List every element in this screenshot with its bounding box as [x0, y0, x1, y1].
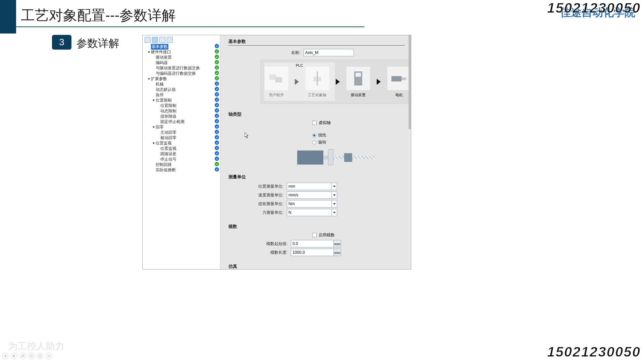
status-check-icon: ✓ — [215, 162, 219, 166]
tree-item[interactable]: 机械 — [143, 81, 220, 87]
virtual-axis-label: 虚拟轴 — [319, 120, 331, 126]
speed-unit-combo[interactable]: mm/s — [287, 191, 337, 199]
svg-point-8 — [31, 355, 33, 357]
nav-tree: 基本参数▾硬件件接口驱动装置编码器与驱动装置进行数据交换与编码器进行数据交换▾扩… — [143, 44, 220, 173]
tree-item[interactable]: 停止信号 — [143, 157, 220, 162]
player-audio-button[interactable] — [28, 353, 35, 359]
tree-item[interactable]: 位置监视 — [143, 146, 220, 151]
tree-item[interactable]: ▾回零 — [143, 124, 220, 130]
name-input[interactable] — [304, 49, 354, 56]
status-check-icon: ✓ — [215, 146, 219, 150]
torque-unit-label: 扭矩测量单位: — [220, 201, 287, 207]
force-unit-label: 力测量单位: — [220, 210, 287, 216]
modulo-start-label: 模数起始值: — [220, 241, 291, 247]
player-edit-button[interactable] — [19, 353, 26, 359]
tree-item[interactable]: ▾扩展参数 — [143, 76, 220, 81]
video-player-controls — [2, 353, 52, 359]
player-more-button[interactable] — [46, 353, 52, 359]
chapter-title: 参数详解 — [76, 36, 119, 51]
watermark-phone-top: 15021230050 — [547, 0, 641, 16]
player-play-button[interactable] — [11, 353, 17, 359]
status-check-icon: ✓ — [215, 119, 219, 123]
status-check-icon: ✓ — [215, 81, 219, 86]
status-check-icon: ✓ — [215, 124, 219, 129]
status-check-icon: ✓ — [215, 167, 219, 172]
chapter-number-badge: 3 — [52, 35, 71, 50]
tree-column: 基本参数▾硬件件接口驱动装置编码器与驱动装置进行数据交换与编码器进行数据交换▾扩… — [143, 35, 220, 269]
tree-item[interactable]: 跟随误差 — [143, 151, 220, 157]
tree-item[interactable]: ▾硬件件接口 — [143, 49, 220, 55]
enable-modulo-label: 启用模数 — [319, 232, 335, 238]
modulo-length-input[interactable] — [291, 249, 334, 256]
status-check-icon: ✓ — [215, 92, 219, 97]
tree-status-column: ✓✓✓✓✓✓✓✓✓✓✓✓✓✓✓✓✓✓✓✓✓✓✓✓ — [215, 44, 219, 173]
rotation-radio[interactable] — [312, 140, 316, 144]
svg-rect-6 — [391, 76, 401, 81]
status-check-icon: ✓ — [215, 108, 219, 113]
tree-item[interactable]: 急停 — [143, 92, 220, 98]
modulo-start-unit: mm — [334, 240, 341, 247]
status-check-icon: ✓ — [215, 151, 219, 156]
position-unit-combo[interactable]: mm — [287, 183, 337, 190]
modulo-length-unit: mm — [334, 249, 341, 256]
force-unit-combo[interactable]: N — [287, 209, 337, 216]
modulo-length-label: 模数长度: — [220, 250, 291, 255]
modulo-start-input[interactable] — [291, 240, 334, 247]
page-title: 工艺对象配置---参数详解 — [21, 6, 176, 25]
status-check-icon: ✓ — [215, 44, 219, 48]
tree-item[interactable]: 编码器 — [143, 60, 220, 65]
name-label: 名称: — [228, 50, 304, 56]
plc-stage-motor: 电机 — [387, 66, 411, 98]
tree-item[interactable]: 与编码器进行数据交换 — [143, 71, 220, 76]
plc-flow-diagram: PLC 用户程序 工艺对象轴 驱动装置 电机 — [261, 60, 411, 104]
status-check-icon: ✓ — [215, 76, 219, 80]
status-check-icon: ✓ — [215, 65, 219, 70]
section-divider — [228, 45, 405, 46]
tree-item[interactable]: 位置限制 — [143, 103, 220, 108]
tree-item[interactable]: 主动回零 — [143, 130, 220, 135]
tree-item[interactable]: 与驱动装置进行数据交换 — [143, 65, 220, 71]
measure-unit-title: 测量单位 — [228, 174, 405, 180]
tree-item[interactable]: ▾位置限制 — [143, 98, 220, 103]
status-check-icon: ✓ — [215, 55, 219, 59]
status-check-icon: ✓ — [215, 140, 219, 145]
tree-item[interactable]: 基本参数 — [143, 44, 220, 49]
status-check-icon: ✓ — [215, 103, 219, 107]
status-check-icon: ✓ — [215, 135, 219, 139]
tree-item[interactable]: 控制回路 — [143, 162, 220, 167]
torque-unit-combo[interactable]: Nm — [287, 200, 337, 207]
tree-item[interactable]: 动态限制 — [143, 108, 220, 114]
tree-item[interactable]: 动态默认值 — [143, 87, 220, 92]
content-scrollbar[interactable] — [409, 35, 411, 269]
virtual-axis-checkbox[interactable] — [312, 121, 317, 125]
svg-rect-7 — [401, 77, 406, 80]
modulo-title: 模数 — [228, 224, 405, 230]
toolbar-btn-1[interactable] — [145, 37, 151, 43]
tree-item[interactable]: 固定停止检测 — [143, 119, 220, 124]
player-zoom-button[interactable] — [37, 353, 44, 359]
status-check-icon: ✓ — [215, 71, 219, 75]
player-prev-button[interactable] — [2, 353, 9, 359]
status-check-icon: ✓ — [215, 157, 219, 161]
watermark-phone-bottom: 15021230050 — [547, 344, 641, 360]
tree-item[interactable]: 实际值推断 — [143, 167, 220, 173]
page-title-underline — [0, 26, 364, 27]
config-panel: 基本参数▾硬件件接口驱动装置编码器与驱动装置进行数据交换与编码器进行数据交换▾扩… — [142, 35, 411, 269]
plc-arrow-icon — [336, 79, 340, 85]
status-check-icon: ✓ — [215, 49, 219, 54]
toolbar-btn-2[interactable] — [152, 37, 158, 43]
sim-title: 仿真 — [228, 263, 405, 269]
section-basic-params-title: 基本参数 — [228, 39, 405, 45]
plc-stage-drive: 驱动装置 — [346, 66, 370, 98]
svg-rect-5 — [356, 73, 361, 77]
tree-item[interactable]: ▾位置监视 — [143, 140, 220, 146]
svg-line-10 — [41, 356, 42, 357]
tree-item[interactable]: 驱动装置 — [143, 55, 220, 60]
tree-toolbar — [143, 36, 220, 44]
toolbar-btn-4[interactable] — [167, 37, 173, 43]
enable-modulo-checkbox[interactable] — [312, 233, 317, 237]
tree-item[interactable]: 被动回零 — [143, 135, 220, 140]
linear-radio[interactable] — [312, 133, 316, 137]
toolbar-btn-3[interactable] — [159, 37, 165, 43]
tree-item[interactable]: 扭矩限值 — [143, 114, 220, 119]
